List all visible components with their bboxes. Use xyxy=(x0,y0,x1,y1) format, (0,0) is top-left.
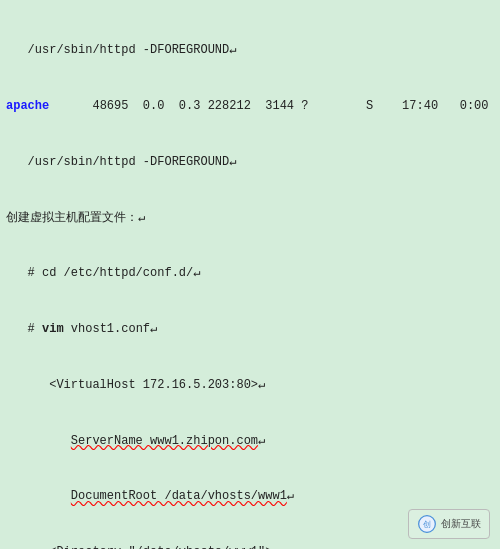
line-6: # vim vhost1.conf↵ xyxy=(6,320,494,339)
servername-1: ServerName www1.zhipon.com xyxy=(71,434,258,448)
documentroot-1: DocumentRoot /data/vhosts/www1 xyxy=(71,489,287,503)
watermark-logo-icon: 创 xyxy=(417,514,437,534)
svg-text:创: 创 xyxy=(423,520,431,529)
line-3: /usr/sbin/httpd -DFOREGROUND↵ xyxy=(6,153,494,172)
line-4-section: 创建虚拟主机配置文件：↵ xyxy=(6,209,494,228)
line-2: apache 48695 0.0 0.3 228212 3144 ? S 17:… xyxy=(6,97,494,116)
terminal-output: /usr/sbin/httpd -DFOREGROUND↵ apache 486… xyxy=(0,0,500,549)
line-10: <Directory "/data/vhosts/www1">↵ xyxy=(6,543,494,549)
line-9: DocumentRoot /data/vhosts/www1↵ xyxy=(6,487,494,506)
line-7: <VirtualHost 172.16.5.203:80>↵ xyxy=(6,376,494,395)
apache-text: apache xyxy=(6,99,49,113)
line-1: /usr/sbin/httpd -DFOREGROUND↵ xyxy=(6,41,494,60)
line-8: ServerName www1.zhipon.com↵ xyxy=(6,432,494,451)
watermark-text: 创新互联 xyxy=(441,517,481,531)
line-5: # cd /etc/httpd/conf.d/↵ xyxy=(6,264,494,283)
vim-cmd-1: vim xyxy=(42,322,64,336)
watermark: 创 创新互联 xyxy=(408,509,490,539)
